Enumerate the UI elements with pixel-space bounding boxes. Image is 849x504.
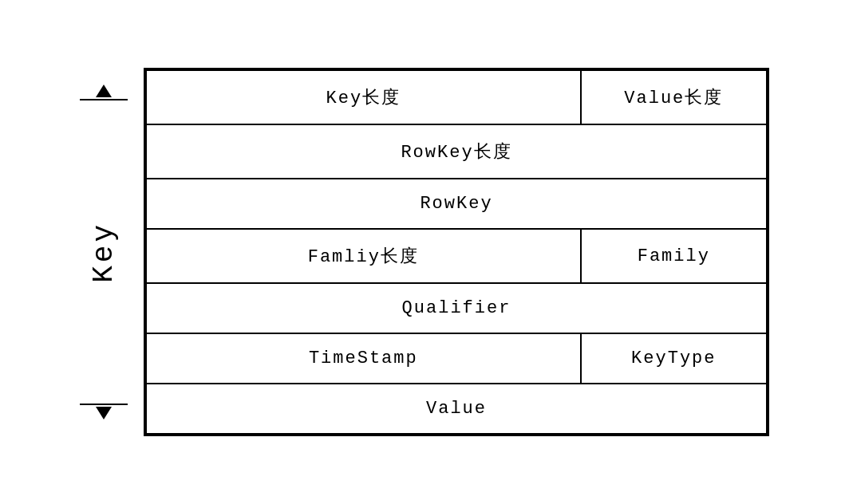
arrow-up-triangle	[96, 85, 112, 97]
cell-rowkey-length: RowKey长度	[146, 124, 767, 179]
cell-family: Family	[581, 229, 767, 283]
row-value: Value	[146, 384, 767, 434]
key-label: Key	[88, 222, 120, 283]
row-timestamp-keytype: TimeStamp KeyType	[146, 333, 767, 384]
arrow-down	[80, 404, 128, 419]
cell-rowkey: RowKey	[146, 179, 767, 229]
arrow-down-line	[80, 404, 128, 405]
cell-family-length: Famliy长度	[146, 229, 581, 283]
cell-keytype: KeyType	[581, 333, 767, 384]
cell-timestamp: TimeStamp	[146, 333, 581, 384]
arrow-down-triangle	[96, 407, 112, 419]
arrow-up	[80, 85, 128, 100]
cell-key-length: Key长度	[146, 70, 581, 124]
cell-value: Value	[146, 384, 767, 434]
cell-qualifier: Qualifier	[146, 283, 767, 333]
row-rowkey: RowKey	[146, 179, 767, 229]
left-annotation: Key	[80, 85, 128, 419]
row-qualifier: Qualifier	[146, 283, 767, 333]
row-rowkey-length: RowKey长度	[146, 124, 767, 179]
cell-value-length: Value长度	[581, 70, 767, 124]
arrow-up-line	[80, 99, 128, 100]
row-family-length-family: Famliy长度 Family	[146, 229, 767, 283]
diagram-container: Key Key长度 Value长度 RowKey长度	[80, 68, 769, 436]
row-key-value-length: Key长度 Value长度	[146, 70, 767, 124]
table-grid: Key长度 Value长度 RowKey长度 RowKey	[145, 69, 768, 435]
table-wrapper: Key长度 Value长度 RowKey长度 RowKey	[144, 68, 769, 436]
